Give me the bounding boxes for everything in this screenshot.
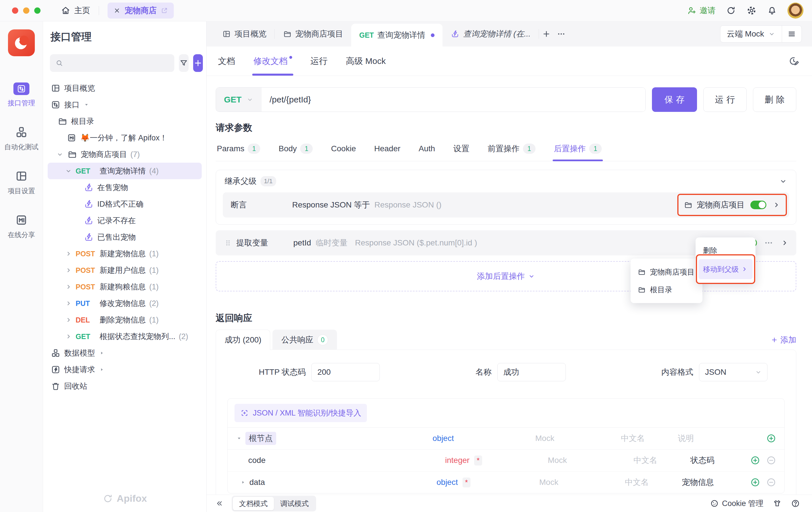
tree-item-project-overview[interactable]: 项目概览	[48, 80, 202, 96]
schema-cn-cell[interactable]: 中文名	[633, 455, 691, 466]
run-button[interactable]: 运行	[703, 87, 747, 112]
rail-item-automation-test[interactable]: 自动化测试	[4, 125, 38, 151]
tab-pre-processors[interactable]: 前置操作 1	[487, 139, 537, 161]
filter-button[interactable]	[179, 54, 188, 72]
external-link-icon[interactable]	[161, 7, 168, 14]
add-field-icon[interactable]	[750, 477, 760, 487]
tree-item-petstore-folder[interactable]: 宠物商店项目 (7)	[48, 146, 202, 163]
collapse-button[interactable]	[779, 177, 787, 186]
caret-right-icon[interactable]	[240, 479, 246, 486]
tab-get-pet-detail-active[interactable]: GET 查询宠物详情	[351, 24, 442, 47]
doc-mode-option[interactable]: 文档模式	[233, 497, 274, 510]
chevron-down-icon[interactable]	[65, 167, 72, 175]
tree-item-root-folder[interactable]: 根目录	[48, 113, 202, 130]
tab-success-200[interactable]: 成功 (200)	[216, 330, 270, 350]
tab-petstore-project[interactable]: 宠物商店项目	[275, 21, 351, 47]
caret-right-icon[interactable]	[98, 366, 105, 373]
tab-project-overview[interactable]: 项目概览	[214, 21, 274, 47]
chevron-right-icon[interactable]	[772, 201, 781, 209]
chevron-right-icon[interactable]	[65, 266, 72, 274]
sidebar-item-recycle-bin[interactable]: 回收站	[48, 378, 202, 394]
tab-edit-doc[interactable]: 修改文档	[253, 47, 292, 76]
caret-down-icon[interactable]	[236, 435, 242, 442]
new-tab-button[interactable]	[539, 27, 554, 41]
content-format-select[interactable]: JSON	[699, 363, 767, 381]
rail-item-project-settings[interactable]: 项目设置	[8, 169, 35, 196]
caret-right-icon[interactable]	[98, 350, 105, 357]
gear-icon[interactable]	[746, 5, 757, 16]
sidebar-item-data-model[interactable]: 数据模型	[48, 345, 202, 361]
schema-mock-cell[interactable]: Mock	[535, 434, 621, 443]
tab-run[interactable]: 运行	[311, 47, 327, 76]
close-window-button[interactable]	[12, 7, 18, 14]
add-new-button[interactable]	[193, 54, 203, 72]
remove-field-icon[interactable]	[766, 477, 776, 487]
sidebar-item-quick-request[interactable]: 快捷请求	[48, 361, 202, 378]
debug-mode-option[interactable]: 调试模式	[274, 497, 315, 510]
response-name-input[interactable]	[497, 363, 566, 381]
schema-type-cell[interactable]: object	[433, 434, 535, 443]
inherit-parent-header[interactable]: 继承父级 1/1	[216, 170, 796, 192]
tab-pet-detail-case[interactable]: 查询宠物详情 (在...	[442, 21, 539, 47]
search-input[interactable]	[67, 58, 169, 68]
schema-mock-cell[interactable]: Mock	[548, 456, 633, 465]
delete-button[interactable]: 删除	[753, 87, 796, 112]
schema-type-cell[interactable]: integer *	[445, 455, 548, 465]
save-button[interactable]: 保存	[652, 87, 697, 112]
schema-field-name[interactable]: 根节点	[245, 432, 276, 445]
tab-body[interactable]: Body 1	[277, 139, 314, 161]
tree-item-get-pet-detail[interactable]: GET 查询宠物详情 (4)	[48, 163, 202, 179]
assertion-row[interactable]: 断言 Response JSON 等于 Response JSON () 宠物商…	[223, 192, 789, 218]
tree-item-case[interactable]: ID格式不正确	[48, 196, 202, 212]
sync-icon[interactable]	[726, 5, 736, 16]
tree-item-markdown-doc[interactable]: 🦊一分钟，了解 Apifox！	[48, 130, 202, 146]
chevron-right-icon[interactable]	[65, 333, 72, 340]
tab-auth[interactable]: Auth	[417, 139, 436, 161]
schema-field-name[interactable]: code	[248, 456, 266, 465]
environment-select[interactable]: 云端 Mock	[720, 29, 782, 39]
scope-folder-button[interactable]: 宠物商店项目	[684, 199, 745, 210]
json-xml-import-button[interactable]: JSON / XML 智能识别/快捷导入	[234, 404, 367, 422]
drag-handle-icon[interactable]	[224, 238, 232, 248]
submenu-item-petstore-project[interactable]: 宠物商店项目	[634, 263, 699, 281]
chevron-right-icon[interactable]	[65, 283, 72, 290]
add-response-button[interactable]: 添加	[771, 335, 796, 345]
rail-item-api-management[interactable]: 接口管理	[8, 83, 35, 108]
schema-field-name[interactable]: data	[249, 478, 265, 487]
tab-cookie[interactable]: Cookie	[330, 139, 357, 161]
chevron-right-icon[interactable]	[65, 316, 72, 324]
maximize-window-button[interactable]	[34, 7, 40, 14]
invite-button[interactable]: 邀请	[687, 5, 716, 16]
add-field-icon[interactable]	[750, 455, 760, 465]
search-box[interactable]	[50, 54, 174, 72]
chevron-right-icon[interactable]	[65, 250, 72, 257]
schema-cn-cell[interactable]: 中文名	[621, 433, 678, 444]
minimize-window-button[interactable]	[23, 7, 29, 14]
add-field-icon[interactable]	[766, 433, 776, 444]
tab-advanced-mock[interactable]: 高级 Mock	[346, 47, 386, 76]
environment-menu-button[interactable]	[782, 29, 802, 38]
theme-shirt-icon[interactable]	[773, 499, 782, 508]
tab-settings[interactable]: 设置	[452, 139, 470, 161]
chevron-right-icon[interactable]	[780, 238, 789, 247]
assertion-toggle-on[interactable]	[750, 201, 766, 209]
tree-item-case[interactable]: 在售宠物	[48, 179, 202, 196]
tree-item-case[interactable]: 已售出宠物	[48, 229, 202, 246]
schema-row-code[interactable]: code integer * Mock 中文名 状态码	[228, 449, 784, 471]
tab-more-button[interactable]	[554, 27, 569, 41]
tab-post-processors[interactable]: 后置操作 1	[553, 139, 603, 161]
menu-item-delete[interactable]: 删除	[698, 241, 753, 259]
tree-item-del-delete-pet[interactable]: DEL 删除宠物信息 (1)	[48, 312, 202, 328]
schema-type-cell[interactable]: object *	[437, 478, 539, 487]
tree-item-post-create-dogfood[interactable]: POST 新建狗粮信息 (1)	[48, 279, 202, 295]
apifox-logo[interactable]	[8, 29, 35, 56]
submenu-item-root-folder[interactable]: 根目录	[634, 281, 699, 298]
tab-header[interactable]: Header	[373, 139, 401, 161]
schema-desc-cell[interactable]: 宠物信息	[682, 477, 750, 488]
tree-item-apis[interactable]: 接口	[48, 96, 202, 113]
tree-item-put-update-pet[interactable]: PUT 修改宠物信息 (2)	[48, 295, 202, 312]
tab-params[interactable]: Params 1	[216, 139, 261, 161]
menu-item-move-to-parent[interactable]: 移动到父级	[698, 259, 753, 279]
close-icon[interactable]	[113, 7, 121, 14]
chevron-right-icon[interactable]	[65, 300, 72, 307]
